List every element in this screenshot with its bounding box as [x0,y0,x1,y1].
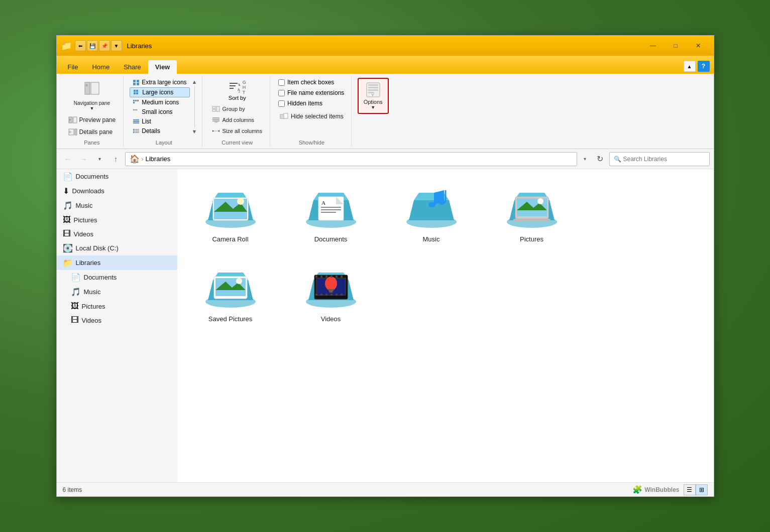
sidebar-item-downloads[interactable]: ⬇ Downloads [57,184,177,198]
preview-pane-button[interactable]: P Preview pane [65,114,120,125]
tab-view[interactable]: View [148,60,177,74]
back-button[interactable]: ← [61,152,75,166]
svg-point-86 [537,198,543,204]
tab-share[interactable]: Share [117,60,148,74]
customize-button[interactable]: ▼ [111,40,122,51]
svg-rect-69 [321,207,341,208]
hide-selected-button[interactable]: Hide selected items [276,110,347,122]
svg-rect-87 [513,219,551,221]
saved-pictures-folder-icon [200,261,261,311]
list-btn[interactable]: List [130,117,189,126]
saved-pictures-label: Saved Pictures [208,315,252,323]
navigation-bar: ← → ▾ ↑ 🏠 › Libraries ▾ ↻ 🔍 [57,149,714,169]
explorer-window: 📁 ⬅ 💾 📌 ▼ Libraries — □ ✕ File Home Shar… [56,35,714,497]
svg-rect-54 [368,89,378,91]
music-icon: 🎵 [63,201,73,210]
sidebar-item-pictures[interactable]: 🖼 Pictures [57,213,177,227]
large-icons-btn[interactable]: Large icons [130,87,189,97]
view-toggle: ☰ ⊞ [684,484,708,495]
music-folder-icon [401,181,462,231]
minimize-button[interactable]: — [642,36,665,56]
sidebar-item-music[interactable]: 🎵 Music [57,198,177,213]
sidebar-item-lib-pictures[interactable]: 🖼 Pictures [57,299,177,313]
close-button[interactable]: ✕ [687,36,710,56]
svg-rect-26 [133,122,139,123]
address-bar[interactable]: 🏠 › Libraries [125,152,577,166]
extra-large-icons-btn[interactable]: Extra large icons [130,78,189,87]
sidebar-item-lib-music[interactable]: 🎵 Music [57,285,177,299]
details-pane-button[interactable]: D Details pane [65,126,120,138]
search-bar[interactable]: 🔍 [609,152,710,166]
hidden-items-checkbox[interactable] [278,100,285,107]
list-item[interactable]: Pictures [487,177,577,247]
list-view-button[interactable]: ☰ [684,484,696,495]
medium-icons-btn[interactable]: Medium icons [130,98,189,107]
back-button-title[interactable]: ⬅ [75,40,86,51]
sidebar: 📄 Documents ⬇ Downloads 🎵 Music 🖼 Pictur… [57,169,177,482]
sort-by-button[interactable]: AZ G H T Sort by [208,78,265,103]
svg-rect-108 [341,276,343,278]
svg-rect-31 [133,132,135,133]
hidden-items-option[interactable]: Hidden items [276,99,347,108]
svg-point-101 [325,277,337,291]
svg-rect-113 [336,294,338,296]
sidebar-item-lib-videos[interactable]: 🎞 Videos [57,313,177,327]
videos-icon: 🎞 [63,229,71,238]
sidebar-item-local-disk[interactable]: 💽 Local Disk (C:) [57,241,177,255]
svg-rect-7 [75,129,77,135]
options-button[interactable]: Y Options ▼ [358,78,389,114]
up-button[interactable]: ↑ [109,152,123,166]
list-item[interactable]: Music [386,177,477,247]
grid-view-button[interactable]: ⊞ [696,484,708,495]
save-button-title[interactable]: 💾 [87,40,98,51]
item-checkboxes-checkbox[interactable] [278,79,285,86]
ribbon-collapse-button[interactable]: ▲ [684,61,696,72]
status-bar: 6 items 🧩WinBubbles ☰ ⊞ [57,482,714,496]
item-count: 6 items [63,486,82,493]
sidebar-item-videos[interactable]: 🎞 Videos [57,227,177,241]
view-controls: AZ G H T Sort by A Group by [208,78,265,136]
address-dropdown-button[interactable]: ▾ [579,152,591,166]
maximize-button[interactable]: □ [665,36,687,56]
sidebar-item-lib-documents[interactable]: 📄 Documents [57,270,177,285]
tab-file[interactable]: File [61,60,85,74]
file-extensions-option[interactable]: File name extensions [276,88,347,97]
layout-scroll-arrows[interactable]: ▲ ▼ [191,78,198,136]
svg-text:N: N [86,84,88,87]
search-input[interactable] [623,156,705,163]
size-columns-button[interactable]: Size all columns [208,126,265,136]
svg-rect-104 [320,276,322,278]
list-item[interactable]: Camera Roll [185,177,276,247]
window-title: Libraries [125,42,639,50]
svg-rect-111 [325,294,327,296]
add-columns-button[interactable]: SF Add columns [208,115,265,125]
refresh-button[interactable]: ↻ [593,152,607,166]
list-item[interactable]: Videos [286,257,376,327]
item-checkboxes-option[interactable]: Item check boxes [276,78,347,87]
home-folder[interactable]: 🏠 [130,154,140,164]
tab-home[interactable]: Home [85,60,117,74]
svg-marker-47 [212,130,214,132]
sidebar-item-libraries[interactable]: 📁 Libraries [57,255,177,270]
history-dropdown-button[interactable]: ▾ [93,152,107,166]
sidebar-item-documents[interactable]: 📄 Documents [57,169,177,184]
file-extensions-checkbox[interactable] [278,90,285,96]
group-by-button[interactable]: A Group by [208,104,265,114]
svg-rect-32 [135,132,139,133]
forward-button[interactable]: → [77,152,91,166]
videos-label: Videos [321,315,341,323]
small-icons-btn[interactable]: Small icons [130,107,189,116]
svg-marker-48 [218,130,219,132]
pin-button-title[interactable]: 📌 [99,40,110,51]
nav-pane-button[interactable]: N Navigation pane ▼ [65,78,120,113]
list-item[interactable]: Saved Pictures [185,257,276,327]
svg-rect-114 [341,294,343,296]
details-btn[interactable]: Details [130,126,189,136]
svg-rect-21 [133,109,134,110]
help-button[interactable]: ? [698,61,710,72]
svg-rect-70 [321,209,341,210]
svg-rect-18 [135,100,137,101]
svg-rect-15 [134,92,136,94]
svg-rect-10 [137,80,139,82]
list-item[interactable]: A Documents [286,177,376,247]
